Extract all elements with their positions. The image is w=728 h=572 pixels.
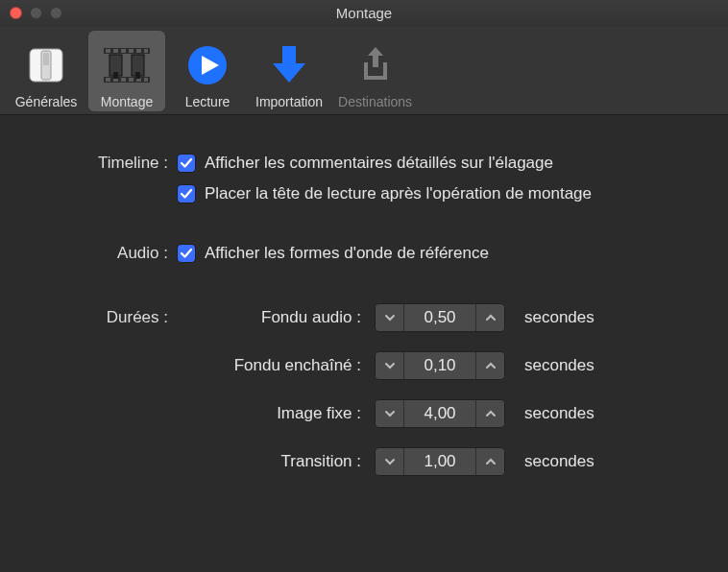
- svg-rect-19: [113, 72, 118, 79]
- svg-rect-11: [106, 78, 110, 82]
- switch-icon: [21, 40, 71, 90]
- play-icon: [182, 40, 232, 90]
- duration-label: Transition :: [29, 452, 375, 471]
- checkbox-trim-comments[interactable]: [178, 155, 195, 172]
- timeline-row-1: Timeline : Afficher les commentaires dét…: [29, 154, 699, 173]
- section-label-audio: Audio :: [29, 244, 178, 263]
- stepper-value: 0,10: [404, 352, 475, 379]
- duration-row-crossfade: Fondu enchaîné : 0,10 secondes: [29, 351, 699, 380]
- download-arrow-icon: [264, 40, 314, 90]
- minimize-window-button[interactable]: [30, 7, 42, 19]
- svg-rect-20: [135, 72, 140, 79]
- toolbar-tab-label: Importation: [255, 94, 323, 109]
- titlebar: Montage: [0, 0, 728, 27]
- transition-stepper[interactable]: 1,00: [375, 447, 505, 476]
- toolbar-tab-label: Destinations: [338, 94, 412, 109]
- stepper-increment[interactable]: [475, 304, 504, 331]
- duration-row-audio-fade: Durées : Fondu audio : 0,50 secondes: [29, 303, 699, 332]
- section-label-timeline: Timeline :: [29, 154, 178, 173]
- still-image-stepper[interactable]: 4,00: [375, 399, 505, 428]
- close-window-button[interactable]: [10, 7, 22, 19]
- checkbox-label: Placer la tête de lecture après l'opérat…: [205, 184, 592, 203]
- stepper-decrement[interactable]: [376, 304, 404, 331]
- svg-rect-6: [113, 49, 118, 53]
- duration-label: Fondu audio :: [178, 308, 375, 327]
- svg-rect-9: [136, 49, 141, 53]
- duration-row-still-image: Image fixe : 4,00 secondes: [29, 399, 699, 428]
- toolbar-tab-playback[interactable]: Lecture: [169, 31, 246, 111]
- crossfade-stepper[interactable]: 0,10: [375, 351, 505, 380]
- audio-row: Audio : Afficher les formes d'onde de ré…: [29, 244, 699, 263]
- checkbox-reference-waveforms[interactable]: [178, 245, 195, 262]
- svg-rect-3: [104, 48, 150, 54]
- toolbar-tab-import[interactable]: Importation: [250, 31, 328, 111]
- duration-label: Image fixe :: [29, 404, 375, 423]
- toolbar-tab-destinations[interactable]: Destinations: [332, 31, 418, 111]
- stepper-value: 1,00: [404, 448, 475, 475]
- stepper-decrement[interactable]: [376, 400, 404, 427]
- svg-rect-16: [144, 78, 148, 82]
- toolbar-tab-general[interactable]: Générales: [8, 31, 85, 111]
- zoom-window-button[interactable]: [50, 7, 62, 19]
- stepper-increment[interactable]: [475, 448, 504, 475]
- toolbar-tab-label: Montage: [101, 94, 153, 109]
- unit-label: secondes: [524, 404, 595, 423]
- stepper-value: 0,50: [404, 304, 475, 331]
- window-title: Montage: [336, 5, 392, 21]
- timeline-row-2: Placer la tête de lecture après l'opérat…: [29, 184, 699, 203]
- toolbar-tab-label: Lecture: [185, 94, 231, 109]
- svg-rect-2: [43, 53, 49, 65]
- svg-rect-14: [129, 78, 133, 82]
- toolbar-tab-label: Générales: [15, 94, 78, 109]
- section-label-durations: Durées :: [29, 308, 178, 327]
- svg-rect-4: [104, 77, 150, 83]
- stepper-increment[interactable]: [475, 400, 504, 427]
- share-icon: [351, 40, 400, 90]
- svg-rect-5: [106, 49, 110, 53]
- unit-label: secondes: [524, 452, 595, 471]
- durations-group: Durées : Fondu audio : 0,50 secondes Fon…: [29, 303, 699, 476]
- svg-rect-13: [121, 78, 126, 82]
- unit-label: secondes: [524, 308, 595, 327]
- stepper-increment[interactable]: [475, 352, 504, 379]
- audio-fade-stepper[interactable]: 0,50: [375, 303, 505, 332]
- svg-rect-8: [129, 49, 133, 53]
- stepper-decrement[interactable]: [376, 448, 404, 475]
- svg-rect-7: [121, 49, 126, 53]
- window-controls: [10, 7, 62, 19]
- checkbox-label: Afficher les commentaires détaillés sur …: [205, 154, 553, 173]
- preferences-toolbar: Générales Montage: [0, 27, 728, 115]
- filmstrip-icon: [102, 40, 152, 90]
- stepper-decrement[interactable]: [376, 352, 404, 379]
- stepper-value: 4,00: [404, 400, 475, 427]
- unit-label: secondes: [524, 356, 595, 375]
- checkbox-label: Afficher les formes d'onde de référence: [205, 244, 489, 263]
- checkbox-playhead-after-edit[interactable]: [178, 185, 195, 203]
- duration-row-transition: Transition : 1,00 secondes: [29, 447, 699, 476]
- toolbar-tab-editing[interactable]: Montage: [88, 31, 165, 111]
- preferences-content: Timeline : Afficher les commentaires dét…: [0, 115, 728, 524]
- svg-rect-10: [144, 49, 148, 53]
- duration-label: Fondu enchaîné :: [29, 356, 375, 375]
